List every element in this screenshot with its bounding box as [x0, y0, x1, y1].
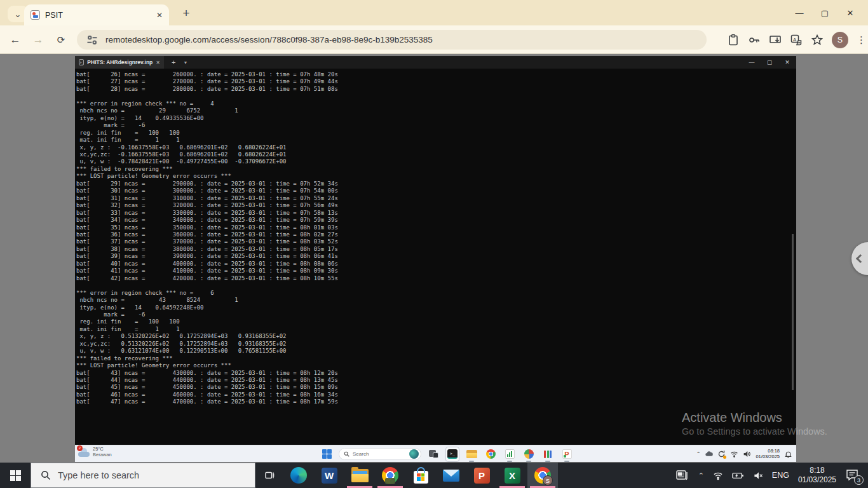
remote-color-bars-button[interactable] [541, 446, 555, 463]
battery-icon[interactable] [732, 471, 744, 480]
chrome-icon: S [534, 467, 551, 484]
remote-terminal-button[interactable]: >_ [445, 446, 459, 463]
app-chrome[interactable] [375, 463, 405, 488]
url-text: remotedesktop.google.com/access/session/… [105, 35, 433, 44]
forward-icon[interactable]: → [31, 32, 46, 48]
remote-chrome-button[interactable] [484, 446, 498, 463]
close-icon[interactable]: ✕ [837, 3, 863, 22]
terminal-window-controls: — ▢ ✕ [743, 56, 796, 69]
session-panel-toggle-button[interactable] [851, 242, 868, 275]
app-mail[interactable] [436, 463, 466, 488]
terminal-tab-dropdown-icon[interactable]: ▼ [183, 60, 187, 65]
remote-system-tray: ⌃ 08:18 01/03/2025 [696, 445, 792, 463]
app-powerpoint[interactable]: P [466, 463, 497, 488]
remote-start-button[interactable] [320, 446, 334, 463]
browser-ball-icon [524, 449, 534, 459]
terminal-new-tab-icon[interactable]: + [172, 58, 175, 66]
chevron-left-icon [856, 254, 865, 263]
profile-badge: S [543, 475, 553, 485]
action-center-button[interactable]: 3 [845, 468, 860, 483]
excel-icon: X [505, 468, 520, 484]
powerpoint-icon: P [474, 468, 490, 484]
notification-bell-icon[interactable] [784, 450, 792, 458]
minimize-icon[interactable]: — [787, 3, 812, 22]
app-word[interactable]: W [314, 463, 344, 488]
terminal-tab-close-icon[interactable]: ✕ [156, 60, 160, 65]
remote-file-explorer-button[interactable] [465, 446, 478, 463]
remote-date: 01/03/2025 [756, 454, 780, 460]
back-icon[interactable]: ← [8, 32, 23, 48]
toolbar-actions: A S ⋮ [727, 30, 864, 50]
local-time: 8:18 [798, 466, 836, 475]
search-icon [41, 470, 51, 480]
weather-widget[interactable]: 2 25°C Berawan [78, 447, 112, 458]
windows-start-icon [322, 449, 332, 459]
wifi-icon[interactable] [713, 471, 723, 480]
app-file-explorer[interactable] [344, 463, 375, 488]
remote-phits-app-button[interactable]: P [560, 446, 574, 463]
remote-browser-ball-button[interactable] [522, 446, 536, 463]
site-settings-icon[interactable] [86, 34, 98, 46]
browser-toolbar: ← → ⟳ remotedesktop.google.com/access/se… [0, 25, 868, 54]
start-button[interactable] [0, 463, 31, 488]
terminal-tab[interactable]: >_ PHITS: AHRdesignrev.inp ✕ [75, 56, 164, 69]
terminal-title-bar[interactable]: >_ PHITS: AHRdesignrev.inp ✕ + ▼ — ▢ ✕ [75, 56, 796, 69]
bookmark-star-icon[interactable] [811, 34, 824, 46]
file-explorer-icon [351, 469, 369, 482]
browser-window-controls: — ▢ ✕ [787, 3, 863, 22]
terminal-minimize-icon[interactable]: — [743, 56, 761, 69]
local-clock[interactable]: 8:18 01/03/2025 [798, 466, 836, 485]
running-indicator [526, 461, 531, 462]
onedrive-cloud-icon[interactable] [705, 450, 713, 458]
remote-desktop: >_ PHITS: AHRdesignrev.inp ✕ + ▼ — ▢ ✕ b… [0, 54, 868, 463]
app-excel[interactable]: X [497, 463, 527, 488]
remote-clock[interactable]: 08:18 01/03/2025 [756, 449, 780, 459]
remote-taskbar: 2 25°C Berawan Search >_ [75, 445, 796, 462]
new-tab-button[interactable]: + [178, 5, 194, 22]
remote-install-icon[interactable] [769, 34, 782, 46]
translate-icon[interactable]: A [790, 34, 803, 46]
search-placeholder: Type here to search [58, 470, 139, 480]
browser-tab[interactable]: PSIT ✕ [24, 4, 169, 25]
tray-overflow-icon[interactable]: ⌃ [696, 451, 701, 457]
app-edge[interactable] [283, 463, 314, 488]
language-indicator[interactable]: ENG [772, 471, 789, 480]
taskbar-search-box[interactable]: Type here to search [31, 463, 255, 488]
clipboard-icon[interactable] [727, 34, 740, 46]
remote-taskbar-center: Search >_ [320, 445, 574, 463]
running-indicator [545, 461, 550, 462]
local-date: 01/03/2025 [798, 475, 836, 485]
tab-close-icon[interactable]: ✕ [156, 11, 163, 20]
task-view-button[interactable] [255, 463, 283, 488]
running-indicator [507, 461, 512, 462]
chrome-overlay-badge [385, 478, 395, 484]
address-bar[interactable]: remotedesktop.google.com/access/session/… [77, 30, 707, 50]
terminal-icon: >_ [79, 59, 84, 65]
profile-avatar[interactable]: S [832, 32, 848, 48]
notification-count-badge: 3 [854, 475, 864, 485]
running-indicator [564, 461, 569, 462]
terminal-close-icon[interactable]: ✕ [778, 56, 796, 69]
menu-dots-icon[interactable]: ⋮ [857, 34, 864, 46]
speaker-muted-icon[interactable] [753, 471, 763, 480]
key-icon[interactable] [748, 34, 761, 46]
update-icon[interactable] [717, 450, 726, 458]
remote-chart-app-button[interactable] [503, 446, 517, 463]
tray-overflow-icon[interactable]: ⌃ [698, 471, 704, 480]
remote-task-view-button[interactable] [426, 446, 440, 463]
reload-icon[interactable]: ⟳ [53, 32, 69, 48]
app-chrome-profile[interactable]: S [527, 463, 558, 488]
remote-search-box[interactable]: Search [339, 448, 421, 460]
local-system-tray: ⌃ ENG 8:18 01/03/2025 3 [675, 463, 868, 488]
browser-tab-strip: ⌄ PSIT ✕ + — ▢ ✕ [0, 0, 868, 25]
terminal-scrollbar[interactable] [792, 234, 794, 390]
cloud-icon: 2 [78, 448, 90, 457]
weather-condition: Berawan [93, 452, 112, 458]
terminal-maximize-icon[interactable]: ▢ [761, 56, 778, 69]
news-widget-icon[interactable] [675, 469, 689, 482]
wifi-icon[interactable] [730, 450, 738, 458]
speaker-icon[interactable] [743, 450, 751, 458]
app-microsoft-store[interactable] [405, 463, 436, 488]
maximize-icon[interactable]: ▢ [812, 3, 837, 22]
terminal-window: >_ PHITS: AHRdesignrev.inp ✕ + ▼ — ▢ ✕ b… [75, 56, 796, 445]
